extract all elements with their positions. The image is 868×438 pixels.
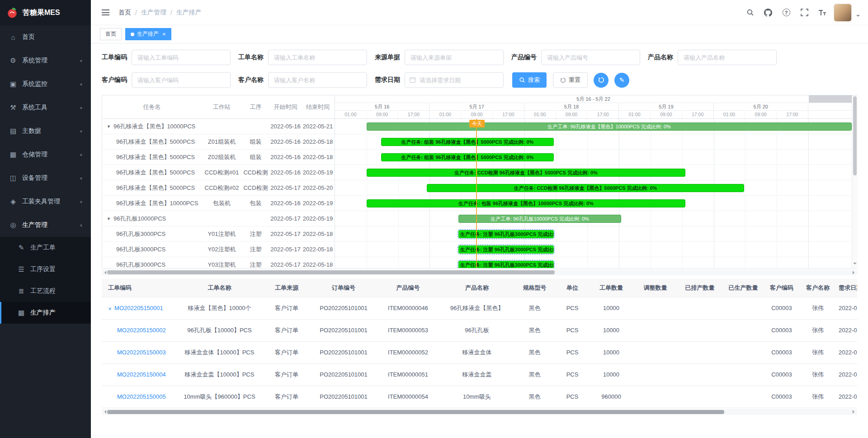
table-hscroll-left-arrow-icon[interactable] bbox=[103, 410, 106, 414]
table-hscroll-thumb[interactable] bbox=[107, 410, 724, 414]
gantt-bar-task[interactable]: 生产任务: 注塑 96孔孔板3000PCS 完成比例: 0% bbox=[458, 245, 554, 254]
gantt-grid-row[interactable]: 96孔移液盒【黑色】5000PCSCCD检测#02CCD检测2022-05-17… bbox=[102, 180, 335, 196]
sidebar-item-equipment[interactable]: ◫设备管理∨ bbox=[0, 166, 91, 190]
sidebar-item-home[interactable]: ⌂首页 bbox=[0, 25, 91, 49]
gantt-grid-row[interactable]: 96孔孔板3000PCSY03注塑机注塑2022-05-172022-05-18 bbox=[102, 257, 335, 268]
orders-cell: 96孔移液盒【黑色】 bbox=[441, 297, 513, 319]
gantt-horizontal-scrollbar[interactable] bbox=[102, 269, 857, 275]
gantt-bar-work-order[interactable]: 生产工单: 96孔孔板10000PCS 完成比例: 0% bbox=[458, 215, 621, 223]
edit-button[interactable]: ✎ bbox=[614, 73, 629, 88]
orders-table-row[interactable]: MO20220515000510mm吸头【960000】PCS客户订单PO202… bbox=[102, 386, 857, 408]
tab-home[interactable]: 首页 bbox=[100, 28, 122, 40]
orders-cell: PO202205101001 bbox=[312, 386, 375, 408]
chevron-down-icon: ∨ bbox=[80, 106, 83, 110]
github-icon[interactable] bbox=[761, 5, 775, 20]
order-code-link[interactable]: MO202205150003 bbox=[117, 349, 166, 356]
user-menu-caret-icon[interactable] bbox=[856, 15, 860, 19]
gantt-hscroll-right-arrow-icon[interactable] bbox=[853, 271, 856, 274]
gantt-vertical-scrollbar[interactable] bbox=[852, 95, 858, 268]
gantt-grid-row[interactable]: ▼96孔移液盒【黑色】10000PCS2022-05-162022-05-21 bbox=[102, 119, 335, 134]
orders-cell: ITEM00000053 bbox=[375, 319, 441, 341]
table-hscroll-right-arrow-icon[interactable] bbox=[853, 410, 856, 414]
orders-cell: PCS bbox=[556, 297, 589, 319]
order-code-link[interactable]: MO202205150004 bbox=[117, 371, 166, 378]
demand-date-input[interactable] bbox=[405, 72, 504, 88]
sidebar-toggle[interactable] bbox=[99, 7, 112, 18]
gantt-grid-row[interactable]: 96孔孔板3000PCSY01注塑机注塑2022-05-172022-05-18 bbox=[102, 226, 335, 242]
gantt-start-date: 2022-05-16 bbox=[269, 169, 302, 176]
tab-close-icon[interactable]: × bbox=[162, 31, 166, 38]
filter-field-customer-code: 客户编码 bbox=[102, 72, 231, 88]
refresh-button[interactable] bbox=[594, 73, 609, 88]
product-code-input[interactable] bbox=[541, 50, 640, 65]
font-size-icon[interactable] bbox=[816, 5, 829, 20]
sidebar-item-master-data[interactable]: ▤主数据∨ bbox=[0, 119, 91, 143]
sidebar-item-production-scheduling[interactable]: ▦生产排产 bbox=[0, 302, 91, 324]
gantt-vscroll-thumb[interactable] bbox=[853, 96, 857, 175]
sidebar-item-work-order[interactable]: ✎生产工单 bbox=[0, 237, 91, 259]
gantt-grid-row[interactable]: 96孔移液盒【黑色】5000PCSZ01组装机组装2022-05-162022-… bbox=[102, 134, 335, 150]
gantt-hscroll-left-arrow-icon[interactable] bbox=[103, 271, 106, 274]
sidebar-item-system-monitor[interactable]: ▣系统监控∨ bbox=[0, 72, 91, 96]
search-icon[interactable] bbox=[743, 5, 757, 20]
sidebar-item-warehouse[interactable]: ▦仓储管理∨ bbox=[0, 143, 91, 166]
customer-code-input[interactable] bbox=[132, 72, 231, 88]
gantt-hour-label: 01:00 bbox=[714, 111, 745, 118]
avatar[interactable] bbox=[834, 4, 852, 22]
sidebar-item-system-admin[interactable]: ⚙系统管理∨ bbox=[0, 49, 91, 72]
product-name-input[interactable] bbox=[678, 50, 777, 65]
gantt-vscroll-down-arrow-icon[interactable] bbox=[853, 263, 857, 266]
orders-cell: PO202205101001 bbox=[312, 341, 375, 363]
brand-icon bbox=[6, 7, 18, 19]
order-code-link[interactable]: MO202205150002 bbox=[117, 327, 166, 334]
gantt-bar-work-order[interactable]: 生产工单: 96孔移液盒【黑色】10000PCS 完成比例: 0% bbox=[367, 122, 852, 131]
row-expand-icon[interactable]: ∨ bbox=[108, 306, 112, 311]
gantt-grid-row[interactable]: 96孔孔板3000PCSY02注塑机注塑2022-05-172022-05-18 bbox=[102, 242, 335, 257]
gantt-bar-task[interactable]: 生产任务: 注塑 96孔孔板3000PCS 完成比例: 0% bbox=[458, 261, 554, 268]
breadcrumb-item[interactable]: 生产管理 bbox=[141, 9, 166, 17]
gantt-bar-task[interactable]: 生产任务: 组装 96孔移液盒【黑色】5000PCS 完成比例: 0% bbox=[381, 153, 554, 161]
tree-expand-icon[interactable]: ▼ bbox=[107, 217, 111, 221]
gantt-bar-task[interactable]: 生产任务: 包装 96孔移液盒【黑色】10000PCS 完成比例: 0% bbox=[367, 199, 685, 207]
sidebar-item-system-tools[interactable]: ⚒系统工具∨ bbox=[0, 96, 91, 119]
breadcrumb-item[interactable]: 生产排产 bbox=[176, 9, 202, 17]
sidebar-item-process-settings[interactable]: ☰工序设置 bbox=[0, 259, 91, 280]
chevron-down-icon: ∨ bbox=[80, 82, 83, 86]
app-logo[interactable]: 苦糖果MES bbox=[0, 0, 91, 25]
sidebar-item-fixture[interactable]: ◈工装夹具管理∨ bbox=[0, 190, 91, 213]
sidebar-item-label: 系统管理 bbox=[22, 57, 47, 65]
warehouse-icon: ▦ bbox=[8, 151, 18, 159]
orders-table-row[interactable]: ∨MO202205150001移液盒【黑色】10000个客户订单PO202205… bbox=[102, 297, 857, 319]
table-horizontal-scrollbar[interactable] bbox=[102, 409, 857, 415]
gantt-bar-task[interactable]: 生产任务: CCD检测 96孔移液盒【黑色】5000PCS 完成比例: 0% bbox=[427, 184, 744, 192]
hamburger-icon bbox=[102, 9, 109, 15]
gantt-bar-task[interactable]: 生产任务: 组装 96孔移液盒【黑色】5000PCS 完成比例: 0% bbox=[381, 138, 554, 146]
orders-column-header: 产品名称 bbox=[441, 279, 513, 297]
orders-table-row[interactable]: MO202205150004移液盒盒盖【10000】PCS客户订单PO20220… bbox=[102, 363, 857, 386]
orders-table-row[interactable]: MO202205150003移液盒盒体【10000】PCS客户订单PO20220… bbox=[102, 341, 857, 363]
gantt-bar-task[interactable]: 生产任务: CCD检测 96孔移液盒【黑色】5000PCS 完成比例: 0% bbox=[367, 169, 685, 177]
gantt-grid-row[interactable]: 96孔移液盒【黑色】5000PCSCCD检测#01CCD检测2022-05-16… bbox=[102, 165, 335, 180]
gantt-grid-row[interactable]: 96孔移液盒【黑色】5000PCSZ02组装机组装2022-05-162022-… bbox=[102, 150, 335, 165]
sidebar-item-label: 工艺流程 bbox=[30, 287, 56, 295]
gantt-hscroll-thumb[interactable] bbox=[107, 270, 555, 274]
search-button[interactable]: 搜索 bbox=[512, 72, 547, 88]
orders-table-row[interactable]: MO20220515000296孔孔板【10000】PCS客户订单PO20220… bbox=[102, 319, 857, 341]
orders-cell: 移液盒盒体【10000】PCS bbox=[178, 341, 261, 363]
help-icon[interactable] bbox=[779, 5, 793, 20]
tree-expand-icon[interactable]: ▼ bbox=[107, 124, 111, 129]
order-code-link[interactable]: MO202205150005 bbox=[117, 393, 166, 400]
fullscreen-icon[interactable] bbox=[797, 5, 811, 20]
source-doc-input[interactable] bbox=[405, 50, 504, 65]
customer-name-input[interactable] bbox=[268, 72, 367, 88]
gantt-grid-row[interactable]: 96孔移液盒【黑色】10000PCS包装机包装2022-05-162022-05… bbox=[102, 196, 335, 211]
reset-button[interactable]: 重置 bbox=[553, 72, 588, 88]
work-order-name-input[interactable] bbox=[268, 50, 367, 65]
order-code-link[interactable]: MO202205150001 bbox=[114, 305, 163, 311]
sidebar-item-process-flow[interactable]: ≣工艺流程 bbox=[0, 280, 91, 302]
work-order-code-input[interactable] bbox=[132, 50, 231, 65]
sidebar-item-production[interactable]: ◎生产管理∧ bbox=[0, 213, 91, 237]
tab-production-scheduling[interactable]: 生产排产× bbox=[125, 28, 171, 40]
gantt-grid-row[interactable]: ▼96孔孔板10000PCS2022-05-172022-05-19 bbox=[102, 211, 335, 226]
gantt-bar-task[interactable]: 生产任务: 注塑 96孔孔板3000PCS 完成比例: 0% bbox=[458, 230, 554, 238]
